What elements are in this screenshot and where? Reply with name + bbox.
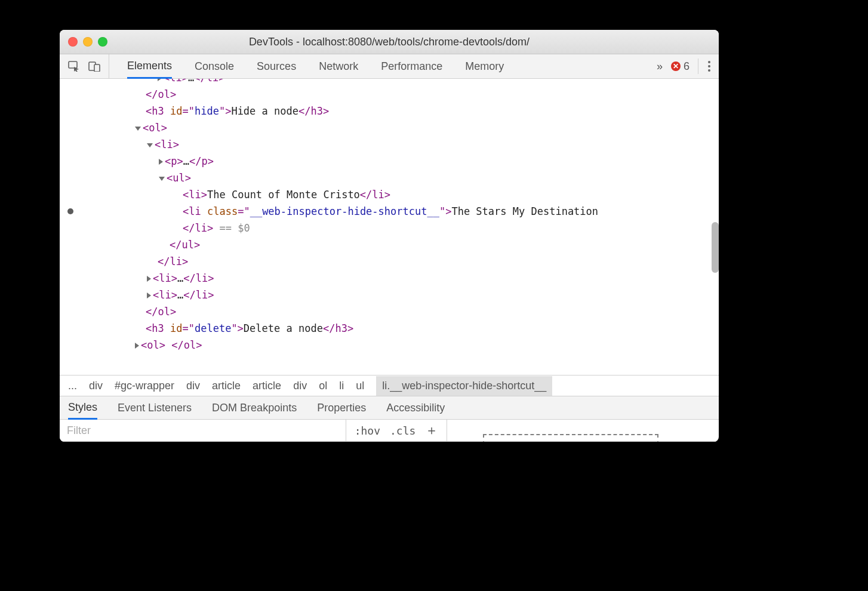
filter-input[interactable] <box>60 420 346 441</box>
breadcrumb: ... div #gc-wrapper div article article … <box>60 375 719 396</box>
cls-toggle[interactable]: .cls <box>390 424 415 437</box>
dom-line[interactable]: </ol> <box>70 303 719 320</box>
box-model-preview <box>447 420 719 441</box>
expand-icon[interactable] <box>147 293 151 298</box>
collapse-icon[interactable] <box>147 143 153 147</box>
crumb-item[interactable]: div <box>186 380 200 392</box>
toolbar-right: » ✕ 6 <box>657 54 719 78</box>
tab-dom-breakpoints[interactable]: DOM Breakpoints <box>212 396 297 419</box>
filter-row: :hov .cls ＋ <box>60 420 719 442</box>
dom-line[interactable]: <p>…</p> <box>70 153 719 170</box>
tab-elements[interactable]: Elements <box>127 54 172 79</box>
more-tabs-icon[interactable]: » <box>657 60 663 73</box>
svg-rect-2 <box>94 64 100 72</box>
dom-line[interactable]: <li>The Count of Monte Cristo</li> <box>70 186 719 203</box>
collapse-icon[interactable] <box>159 177 165 181</box>
toolbar: Elements Console Sources Network Perform… <box>60 54 719 79</box>
inspect-icon[interactable] <box>68 61 80 72</box>
expand-icon[interactable] <box>135 343 139 349</box>
tab-network[interactable]: Network <box>319 54 358 78</box>
tab-memory[interactable]: Memory <box>465 54 504 78</box>
expand-icon[interactable] <box>158 79 162 81</box>
crumb-item[interactable]: ol <box>319 380 327 392</box>
crumb-item[interactable]: ul <box>356 380 364 392</box>
expand-icon[interactable] <box>159 159 163 165</box>
main-tabs: Elements Console Sources Network Perform… <box>109 54 657 78</box>
settings-menu-icon[interactable] <box>707 61 712 72</box>
toolbar-left <box>60 54 109 78</box>
dom-line[interactable]: </ul> <box>70 236 719 253</box>
svg-rect-0 <box>69 61 77 68</box>
titlebar: DevTools - localhost:8080/web/tools/chro… <box>60 30 719 54</box>
crumb-item[interactable]: #gc-wrapper <box>115 380 174 392</box>
separator <box>698 59 698 74</box>
filter-tools: :hov .cls ＋ <box>346 420 448 441</box>
tab-styles[interactable]: Styles <box>68 396 97 420</box>
dom-line[interactable]: </ol> <box>70 86 719 103</box>
tab-sources[interactable]: Sources <box>257 54 296 78</box>
tab-event-listeners[interactable]: Event Listeners <box>118 396 192 419</box>
panel-tabs: Styles Event Listeners DOM Breakpoints P… <box>60 396 719 420</box>
window-title: DevTools - localhost:8080/web/tools/chro… <box>60 36 719 48</box>
dom-line[interactable]: <h3 id="delete">Delete a node</h3> <box>70 320 719 337</box>
dom-line[interactable]: <li>…</li> <box>70 270 719 287</box>
crumb-selected[interactable]: li.__web-inspector-hide-shortcut__ <box>376 376 552 396</box>
device-toggle-icon[interactable] <box>88 61 100 72</box>
dom-line[interactable]: <ul> <box>70 170 719 186</box>
zoom-icon[interactable] <box>98 37 107 47</box>
hov-toggle[interactable]: :hov <box>355 424 380 437</box>
dom-line[interactable]: <ol> </ol> <box>70 337 719 353</box>
dom-line[interactable]: <h3 id="hide">Hide a node</h3> <box>70 103 719 119</box>
tab-console[interactable]: Console <box>195 54 234 78</box>
dom-selected-line[interactable]: </li> == $0 <box>70 220 719 236</box>
dom-selected-line[interactable]: <li class="__web-inspector-hide-shortcut… <box>70 203 719 220</box>
traffic-lights <box>60 37 107 47</box>
scrollbar[interactable] <box>712 222 719 273</box>
dom-line[interactable]: <ol> <box>70 119 719 136</box>
crumb-item[interactable]: article <box>253 380 281 392</box>
crumb-item[interactable]: li <box>339 380 344 392</box>
dom-line[interactable]: <li>…</li> <box>70 287 719 303</box>
error-badge[interactable]: ✕ 6 <box>671 60 690 73</box>
crumb-overflow[interactable]: ... <box>68 380 77 392</box>
tab-performance[interactable]: Performance <box>381 54 442 78</box>
error-circle-icon: ✕ <box>671 61 681 71</box>
dom-tree[interactable]: <li>…</li> </ol> <h3 id="hide">Hide a no… <box>60 79 719 375</box>
collapse-icon[interactable] <box>135 127 141 131</box>
hidden-indicator-icon <box>67 208 73 214</box>
minimize-icon[interactable] <box>83 37 93 47</box>
new-style-rule-icon[interactable]: ＋ <box>425 421 438 439</box>
tab-properties[interactable]: Properties <box>317 396 366 419</box>
devtools-window: DevTools - localhost:8080/web/tools/chro… <box>60 30 719 442</box>
crumb-item[interactable]: div <box>293 380 307 392</box>
tab-accessibility[interactable]: Accessibility <box>386 396 445 419</box>
close-icon[interactable] <box>68 37 78 47</box>
dom-line[interactable]: <li> <box>70 136 719 153</box>
error-count: 6 <box>684 60 690 73</box>
margin-box-icon <box>483 434 658 442</box>
dom-line[interactable]: </li> <box>70 253 719 270</box>
dom-line[interactable]: <li>…</li> <box>70 79 719 86</box>
crumb-item[interactable]: div <box>89 380 103 392</box>
crumb-item[interactable]: article <box>212 380 241 392</box>
expand-icon[interactable] <box>147 276 151 282</box>
